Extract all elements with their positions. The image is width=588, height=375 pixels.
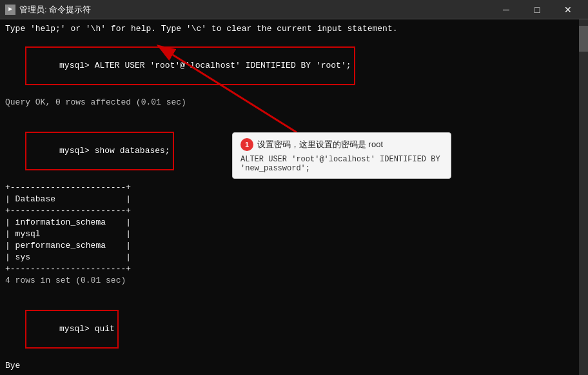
annotation-code: ALTER USER 'root'@'localhost' IDENTIFIED…: [240, 155, 443, 173]
rows-result: 4 rows in set (0.01 sec): [5, 275, 583, 287]
show-databases-command-box: mysql> show databases;: [25, 132, 173, 170]
db-header: | Database |: [5, 194, 583, 205]
terminal-line-quit: mysql> quit: [5, 298, 583, 360]
scrollbar-thumb[interactable]: [579, 26, 588, 52]
scrollbar[interactable]: [579, 19, 588, 375]
app-icon: ►: [5, 5, 15, 15]
terminal-line-2: mysql> ALTER USER 'root'@'localhost' IDE…: [5, 35, 583, 97]
maximize-button[interactable]: □: [522, 0, 552, 19]
db-separator-mid: +-----------------------+: [5, 205, 583, 217]
quit-command-box: mysql> quit: [25, 310, 119, 349]
terminal-blank-1: [5, 108, 583, 120]
db-row-2: | mysql |: [5, 228, 583, 240]
annotation-box: 1 设置密码，这里设置的密码是 root ALTER USER 'root'@'…: [232, 132, 451, 179]
terminal-line-3: Query OK, 0 rows affected (0.01 sec): [5, 97, 583, 108]
terminal-area: Type 'help;' or '\h' for help. Type '\c'…: [0, 19, 588, 375]
alter-user-command-box: mysql> ALTER USER 'root'@'localhost' IDE…: [25, 46, 355, 85]
window-controls[interactable]: ─ □ ✕: [491, 0, 583, 19]
db-row-4: | sys |: [5, 252, 583, 263]
minimize-button[interactable]: ─: [491, 0, 521, 19]
db-row-3: | performance_schema |: [5, 240, 583, 252]
annotation-header: 1 设置密码，这里设置的密码是 root: [240, 138, 443, 151]
db-separator-bot: +-----------------------+: [5, 263, 583, 275]
db-separator-top: +-----------------------+: [5, 182, 583, 194]
titlebar: ► 管理员: 命令提示符 ─ □ ✕: [0, 0, 588, 19]
annotation-main-text: 设置密码，这里设置的密码是 root: [257, 139, 383, 150]
terminal-blank-2: [5, 287, 583, 298]
terminal-line-1: Type 'help;' or '\h' for help. Type '\c'…: [5, 23, 583, 35]
db-row-1: | information_schema |: [5, 217, 583, 228]
bye-line: Bye: [5, 360, 583, 372]
close-button[interactable]: ✕: [553, 0, 583, 19]
titlebar-left: ► 管理员: 命令提示符: [5, 4, 91, 15]
terminal-blank-3: [5, 372, 583, 375]
annotation-number: 1: [240, 138, 253, 151]
window-title: 管理员: 命令提示符: [19, 4, 91, 15]
